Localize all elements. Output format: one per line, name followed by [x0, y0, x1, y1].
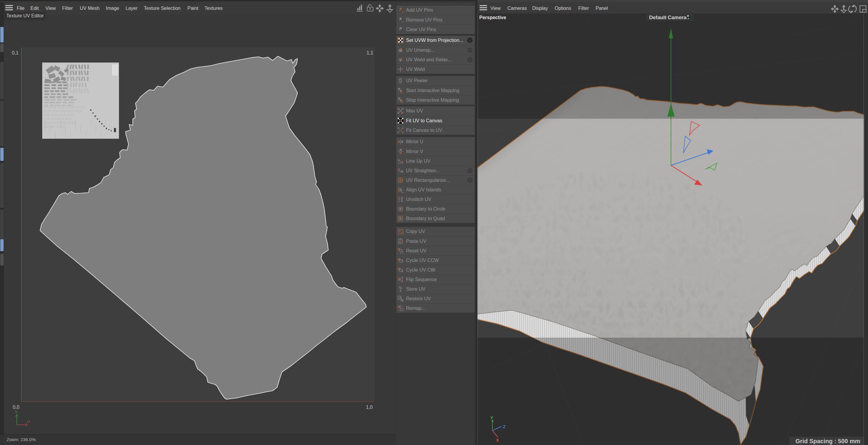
svg-text:0,1: 0,1: [12, 50, 19, 55]
svg-text:U: U: [27, 419, 30, 424]
svg-text:1,0: 1,0: [366, 405, 373, 410]
svg-text:Default Camera: Default Camera: [649, 14, 686, 20]
svg-text:X: X: [496, 438, 499, 443]
svg-text:V: V: [15, 409, 18, 414]
svg-text:0,0: 0,0: [13, 405, 20, 410]
svg-text:Perspective: Perspective: [479, 15, 506, 20]
svg-text:1,1: 1,1: [367, 50, 373, 55]
svg-text:Grid Spacing : 500 mm: Grid Spacing : 500 mm: [795, 438, 860, 444]
svg-text:Z: Z: [503, 424, 506, 429]
svg-text:Y: Y: [490, 415, 493, 420]
